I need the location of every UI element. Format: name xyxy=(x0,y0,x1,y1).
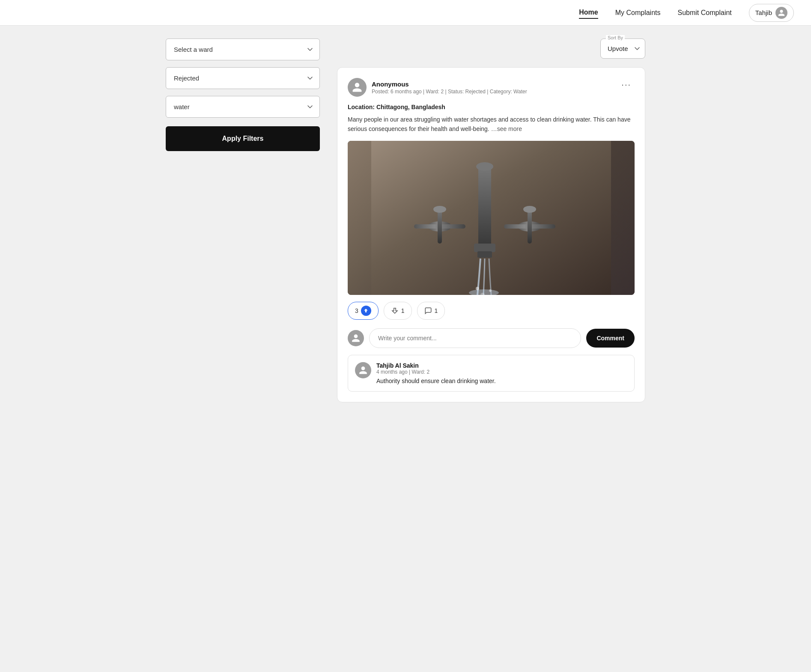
nav-home[interactable]: Home xyxy=(579,7,598,19)
comment-submit-button[interactable]: Comment xyxy=(586,329,635,348)
nav-user-button[interactable]: Tahjib xyxy=(749,4,794,22)
comment-input[interactable] xyxy=(369,328,581,348)
sort-label: Sort By xyxy=(606,35,625,40)
svg-rect-3 xyxy=(438,209,442,244)
comment-count: 1 xyxy=(435,307,438,314)
card-header: Anonymous Posted: 6 months ago | Ward: 2… xyxy=(348,78,635,97)
svg-point-4 xyxy=(433,206,446,213)
complaint-image xyxy=(348,141,635,295)
upvote-count: 3 xyxy=(355,307,358,314)
svg-point-11 xyxy=(489,289,492,292)
commenter-name: Tahjib Al Sakin xyxy=(376,362,627,369)
card-menu-button[interactable]: ··· xyxy=(618,78,635,91)
category-select[interactable]: All water road electricity sanitation xyxy=(166,96,320,118)
commenter-avatar xyxy=(355,362,371,378)
upvote-button[interactable]: 3 xyxy=(348,302,379,320)
downvote-count: 1 xyxy=(401,307,405,314)
apply-filters-button[interactable]: Apply Filters xyxy=(166,126,320,151)
upvote-icon xyxy=(361,306,371,316)
sort-row: Sort By Upvote Newest Oldest xyxy=(337,39,645,59)
svg-point-16 xyxy=(523,206,536,213)
author-name: Anonymous xyxy=(372,80,527,88)
page-layout: Select a ward Ward 1 Ward 2 Ward 3 All P… xyxy=(149,26,662,415)
complaint-card: Anonymous Posted: 6 months ago | Ward: 2… xyxy=(337,67,645,402)
svg-rect-8 xyxy=(477,251,492,258)
card-description: Many people in our area struggling with … xyxy=(348,115,635,134)
card-description-text: Many people in our area struggling with … xyxy=(348,116,630,132)
comment-text: Authority should ensure clean drinking w… xyxy=(376,378,627,384)
see-more-link[interactable]: …see more xyxy=(491,125,522,132)
comment-count-button[interactable]: 1 xyxy=(417,302,445,320)
comment-item: Tahjib Al Sakin 4 months ago | Ward: 2 A… xyxy=(348,355,635,392)
author-meta: Posted: 6 months ago | Ward: 2 | Status:… xyxy=(372,89,527,95)
comment-input-row: Comment xyxy=(348,328,635,348)
svg-rect-15 xyxy=(528,209,532,244)
nav-user-avatar xyxy=(775,7,787,19)
downvote-button[interactable]: 1 xyxy=(384,302,412,320)
card-author: Anonymous Posted: 6 months ago | Ward: 2… xyxy=(348,78,527,97)
svg-rect-5 xyxy=(478,167,491,252)
nav-my-complaints[interactable]: My Complaints xyxy=(615,7,661,18)
ward-select[interactable]: Select a ward Ward 1 Ward 2 Ward 3 xyxy=(166,39,320,60)
card-actions: 3 1 1 xyxy=(348,302,635,320)
sort-container: Sort By Upvote Newest Oldest xyxy=(600,39,645,59)
status-select[interactable]: All Pending Approved Rejected xyxy=(166,67,320,89)
comment-body: Tahjib Al Sakin 4 months ago | Ward: 2 A… xyxy=(376,362,627,384)
faucet-svg xyxy=(348,141,635,295)
svg-point-10 xyxy=(476,287,479,290)
sidebar: Select a ward Ward 1 Ward 2 Ward 3 All P… xyxy=(166,39,320,402)
comment-user-avatar xyxy=(348,330,364,346)
svg-point-6 xyxy=(476,162,493,171)
sort-select[interactable]: Upvote Newest Oldest xyxy=(601,41,645,56)
navbar: Home My Complaints Submit Complaint Tahj… xyxy=(0,0,811,26)
card-location: Location: Chittagong, Bangladesh xyxy=(348,104,635,110)
commenter-meta: 4 months ago | Ward: 2 xyxy=(376,369,627,375)
faucet-background xyxy=(348,141,635,295)
svg-rect-7 xyxy=(474,244,495,252)
main-content: Sort By Upvote Newest Oldest Anonymous xyxy=(337,39,645,402)
nav-user-label: Tahjib xyxy=(755,9,772,16)
author-info: Anonymous Posted: 6 months ago | Ward: 2… xyxy=(372,80,527,95)
nav-submit-complaint[interactable]: Submit Complaint xyxy=(678,7,732,18)
author-avatar xyxy=(348,78,367,97)
